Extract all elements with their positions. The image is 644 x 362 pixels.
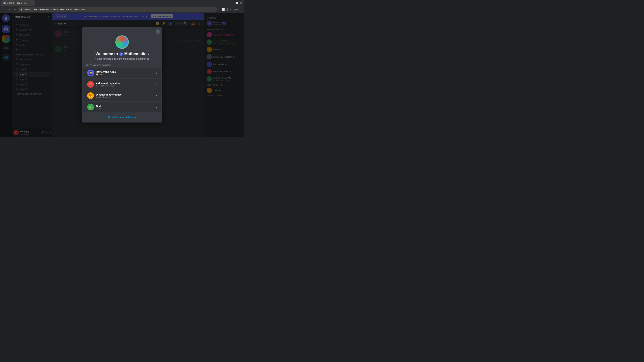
profile-icon[interactable]: 👤 (226, 8, 229, 11)
discuss-subtitle-text: math-discussion (98, 96, 112, 98)
server-icon-inner (116, 36, 128, 48)
modal-action-subtitle-chill: # chill (96, 107, 156, 110)
modal-close-button[interactable]: ✕ (156, 29, 160, 34)
minimize-button[interactable]: – (230, 1, 234, 5)
modal-action-title-ask: Ask a math question! (96, 82, 156, 85)
incognito-label: Incognito (230, 8, 238, 11)
modal-action-subtitle-ask: # ❓ how-to-get-help (96, 85, 156, 87)
url-text: discord.com/channels/268882317391429632/… (24, 8, 85, 11)
modal-action-icon-chill: 🦜 (87, 104, 94, 110)
maximize-button[interactable]: ⬜ (235, 1, 238, 5)
chill-emoji: 🦜 (88, 105, 93, 109)
back-button[interactable]: ‹ (2, 7, 6, 11)
rules-subtitle-text: rules (99, 73, 103, 76)
modal-action-arrow-discuss: › (156, 94, 157, 97)
menu-icon[interactable]: ⋮ (240, 8, 242, 11)
modal-title: Welcome to ✓ Mathematics (82, 51, 162, 56)
tab-close-button[interactable]: ✕ (30, 2, 33, 4)
browser-chrome: D Discord | #help-9 | M... ✕ + – ⬜ ✕ ‹ ›… (0, 0, 244, 13)
modal-action-title-rules: Review the rules (96, 70, 156, 73)
tab-favicon: D (3, 2, 6, 4)
modal-action-text-rules: Review the rules 📋 rules (96, 70, 156, 76)
modal-action-icon-rules: 🧑‍🎓 (87, 69, 94, 76)
browser-controls: ‹ › ↻ 🔒 discord.com/channels/26888231739… (0, 6, 244, 13)
modal-action-ask-math[interactable]: 🧮 Ask a math question! # ❓ how-to-get-he… (83, 79, 161, 90)
modal-action-text-chill: Chill # chill (96, 105, 156, 110)
modal-action-chill[interactable]: 🦜 Chill # chill › (83, 102, 161, 112)
modal-title-prefix: Welcome to (96, 51, 118, 56)
ask-subtitle-text: how-to-get-help (100, 85, 114, 87)
modal-action-arrow-chill: › (156, 106, 157, 109)
lock-icon: 🔒 (20, 8, 22, 10)
discord-app: 🎮 🌐 Mathematics ∨ # network # helpers-in… (0, 13, 244, 137)
rules-subtitle-icon: 📋 (96, 73, 98, 76)
welcome-modal: ✕ Welcome to ✓ Mathematics A place for p… (82, 27, 162, 122)
active-tab[interactable]: D Discord | #help-9 | M... ✕ (1, 0, 35, 6)
chill-subtitle-text: chill (98, 107, 101, 110)
modal-action-discuss[interactable]: 🦊 Discuss mathematics # math-discussion … (83, 90, 161, 101)
new-tab-button[interactable]: + (36, 1, 40, 5)
address-bar[interactable]: 🔒 discord.com/channels/26888231739142963… (18, 7, 217, 12)
modal-action-icon-discuss: 🦊 (87, 92, 94, 99)
modal-action-text-discuss: Discuss mathematics # math-discussion (96, 93, 156, 98)
browser-actions: ☆ ⬜ 👤 Incognito ⋮ (218, 8, 242, 11)
modal-server-icon (116, 35, 129, 49)
modal-footer-link[interactable]: I'll just look around for now (82, 113, 162, 122)
chill-hash: # (96, 107, 97, 110)
modal-icon-area (82, 27, 162, 49)
modal-action-subtitle-discuss: # math-discussion (96, 96, 156, 98)
modal-action-title-chill: Chill (96, 105, 156, 107)
modal-action-subtitle-rules: 📋 rules (96, 73, 156, 76)
tab-title: Discord | #help-9 | M... (7, 2, 27, 4)
bookmark-icon[interactable]: ☆ (218, 8, 220, 11)
modal-action-arrow-ask: › (156, 83, 157, 86)
modal-overlay[interactable]: ✕ Welcome to ✓ Mathematics A place for p… (0, 13, 244, 137)
modal-subtitle: A place for people to learn and discuss … (82, 57, 162, 60)
tab-bar: D Discord | #help-9 | M... ✕ + – ⬜ ✕ (0, 0, 244, 6)
modal-section-title: TOP THINGS TO DO HERE (82, 64, 162, 66)
discuss-emoji: 🦊 (88, 94, 93, 98)
ask-emoji: 🧮 (88, 82, 93, 86)
discuss-hash: # (96, 96, 97, 98)
modal-action-title-discuss: Discuss mathematics (96, 93, 156, 96)
ask-hash: # ❓ (96, 85, 100, 87)
forward-button[interactable]: › (8, 7, 12, 11)
modal-server-name: Mathematics (124, 51, 148, 56)
modal-action-text-ask: Ask a math question! # ❓ how-to-get-help (96, 82, 156, 87)
refresh-button[interactable]: ↻ (13, 7, 17, 11)
rules-emoji: 🧑‍🎓 (88, 71, 93, 75)
modal-action-review-rules[interactable]: 🧑‍🎓 Review the rules 📋 rules › (83, 67, 161, 78)
verified-badge: ✓ (120, 52, 123, 56)
modal-action-icon-ask: 🧮 (87, 81, 94, 88)
close-window-button[interactable]: ✕ (239, 1, 243, 5)
extensions-icon[interactable]: ⬜ (222, 8, 225, 11)
modal-action-arrow-rules: › (156, 71, 157, 74)
